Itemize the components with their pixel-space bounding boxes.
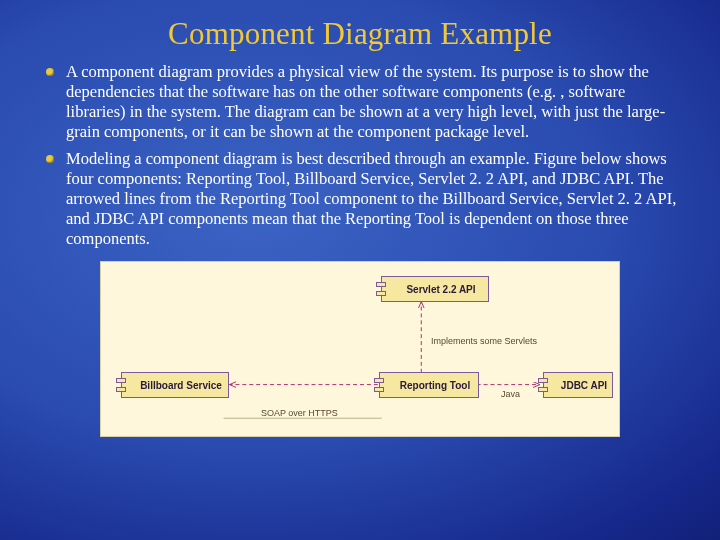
bullet-item: Modeling a component diagram is best des… bbox=[42, 149, 678, 250]
component-label: Servlet 2.2 API bbox=[406, 284, 475, 295]
component-label: Billboard Service bbox=[140, 380, 222, 391]
component-billboard-service: Billboard Service bbox=[121, 372, 229, 398]
component-diagram: Servlet 2.2 API Billboard Service Report… bbox=[100, 261, 620, 437]
slide-title: Component Diagram Example bbox=[34, 16, 686, 52]
connector-label-implements: Implements some Servlets bbox=[431, 336, 537, 346]
component-reporting-tool: Reporting Tool bbox=[379, 372, 479, 398]
connector-label-java: Java bbox=[501, 389, 520, 399]
bullet-list: A component diagram provides a physical … bbox=[34, 62, 686, 249]
component-label: JDBC API bbox=[561, 380, 607, 391]
slide: Component Diagram Example A component di… bbox=[0, 0, 720, 540]
component-label: Reporting Tool bbox=[400, 380, 470, 391]
diagram-connectors bbox=[101, 262, 619, 436]
component-jdbc-api: JDBC API bbox=[543, 372, 613, 398]
connector-label-soap: SOAP over HTTPS bbox=[261, 408, 338, 418]
bullet-item: A component diagram provides a physical … bbox=[42, 62, 678, 143]
component-servlet-api: Servlet 2.2 API bbox=[381, 276, 489, 302]
